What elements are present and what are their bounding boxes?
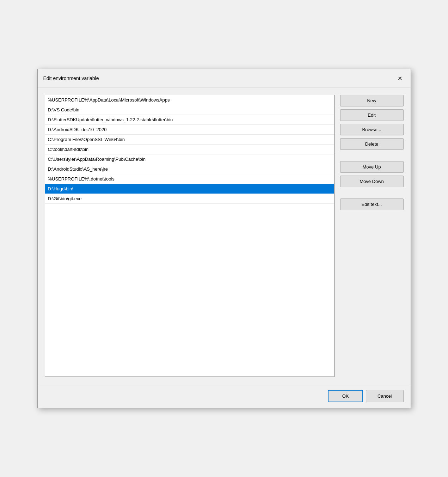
- move-down-button[interactable]: Move Down: [340, 176, 404, 187]
- dialog-footer: OK Cancel: [38, 384, 411, 408]
- title-bar: Edit environment variable ✕: [38, 69, 411, 88]
- delete-button[interactable]: Delete: [340, 138, 404, 150]
- list-item[interactable]: C:\tools\dart-sdk\bin: [45, 145, 334, 154]
- list-item[interactable]: D:\FlutterSDKUpdate\flutter_windows_1.22…: [45, 115, 334, 125]
- move-up-button[interactable]: Move Up: [340, 161, 404, 173]
- list-item[interactable]: %USERPROFILE%\.dotnet\tools: [45, 174, 334, 184]
- edit-text-button[interactable]: Edit text...: [340, 198, 404, 210]
- list-item[interactable]: C:\Program Files\OpenSSL Win64\bin: [45, 135, 334, 145]
- edit-button[interactable]: Edit: [340, 109, 404, 121]
- list-item[interactable]: D:\VS Code\bin: [45, 105, 334, 115]
- buttons-panel: New Edit Browse... Delete Move Up Move D…: [340, 95, 404, 377]
- browse-button[interactable]: Browse...: [340, 124, 404, 135]
- spacer-2: [340, 190, 404, 196]
- list-item[interactable]: D:\Hugo\bin\: [45, 184, 334, 194]
- dialog-title: Edit environment variable: [43, 75, 99, 81]
- ok-button[interactable]: OK: [328, 390, 363, 402]
- new-button[interactable]: New: [340, 95, 404, 106]
- cancel-button[interactable]: Cancel: [366, 390, 403, 402]
- edit-env-dialog: Edit environment variable ✕ %USERPROFILE…: [37, 69, 411, 408]
- list-item[interactable]: D:\AndroidStudio\AS_here\jre: [45, 164, 334, 174]
- spacer-1: [340, 153, 404, 158]
- dialog-content: %USERPROFILE%\AppData\Local\Microsoft\Wi…: [38, 88, 411, 384]
- env-var-list[interactable]: %USERPROFILE%\AppData\Local\Microsoft\Wi…: [45, 95, 335, 377]
- list-item[interactable]: %USERPROFILE%\AppData\Local\Microsoft\Wi…: [45, 95, 334, 105]
- list-item[interactable]: C:\Users\tyler\AppData\Roaming\Pub\Cache…: [45, 154, 334, 164]
- list-item[interactable]: D:\Git\bin\git.exe: [45, 194, 334, 204]
- close-button[interactable]: ✕: [395, 73, 405, 83]
- list-item[interactable]: D:\AndroidSDK_dec10_2020: [45, 125, 334, 135]
